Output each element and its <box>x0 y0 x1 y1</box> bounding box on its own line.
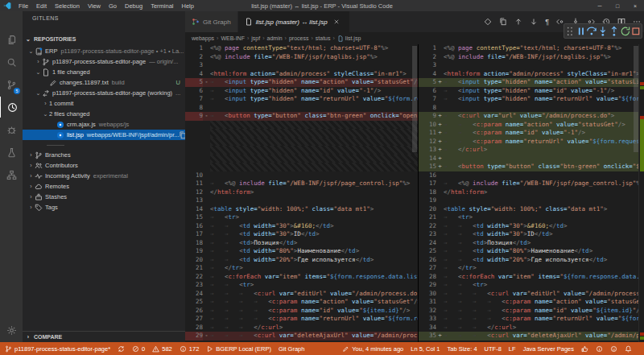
tree-item-remotes[interactable]: ›Remotes <box>23 181 185 192</box>
code-line[interactable]: 32→ → → → <c:param name="id" value="${it… <box>419 307 638 316</box>
breadcrumb-item-webapps[interactable]: webapps <box>192 35 214 41</box>
code-line[interactable] <box>185 138 418 147</box>
activitybar-test[interactable] <box>0 142 23 163</box>
code-line[interactable]: 2<%@ include file="/WEB-INF/jspf/taglibs… <box>419 53 638 62</box>
code-line[interactable]: 3 <box>185 61 418 70</box>
activitybar-debug[interactable] <box>0 119 23 140</box>
statusbar-cursor-position[interactable]: Ln 5, Col 1 <box>411 345 440 353</box>
statusbar-warning-count[interactable]: 582 <box>152 345 172 353</box>
copy-icon[interactable] <box>179 131 185 139</box>
code-line[interactable]: 21→ </tr> <box>185 264 418 273</box>
code-line[interactable]: 27→ </tr> <box>419 264 638 273</box>
diamond-icon[interactable] <box>484 18 492 26</box>
code-line[interactable]: 27→ → → → <c:param name="returnUrl" valu… <box>185 315 418 324</box>
code-line[interactable]: 24→ → → <c:url var="editUrl" value="/adm… <box>185 290 418 299</box>
code-line[interactable] <box>185 155 418 163</box>
statusbar-launch-config[interactable]: BGERP Local (ERP) <box>206 345 271 353</box>
tree-item-branch-item[interactable]: ›p11897-process-status-editor-page— orig… <box>23 56 185 67</box>
code-line[interactable]: 23→ → <tr> <box>185 281 418 290</box>
diff-original-pane[interactable]: 1<%@ page contentType="text/html; charse… <box>185 44 419 342</box>
code-line[interactable]: 7→ <input type="hidden" name="returnUrl"… <box>419 95 638 104</box>
compare-section-header[interactable]: ›COMPARE <box>23 331 185 342</box>
statusbar-encoding[interactable]: UTF-8 <box>485 345 502 353</box>
code-line[interactable]: 19→ → <td width="80%">Наименование</td> <box>185 247 418 256</box>
statusbar-eol[interactable]: LF <box>509 345 516 353</box>
breadcrumb-item-admin[interactable]: admin <box>267 35 283 41</box>
activitybar-search[interactable] <box>0 52 23 72</box>
code-line[interactable] <box>185 121 418 130</box>
chevron-down-icon[interactable]: ⌄ <box>42 111 49 118</box>
debug-step-into[interactable] <box>597 26 609 37</box>
diff-overview-ruler[interactable] <box>638 44 644 342</box>
debug-restart[interactable] <box>620 26 631 37</box>
code-line[interactable] <box>185 129 418 138</box>
statusbar-error-count[interactable]: 0 <box>132 345 145 353</box>
tree-item-file-crm-ajax-js[interactable]: crm.ajax.jswebapps/js <box>23 119 185 130</box>
menu-edit[interactable]: Edit <box>32 2 51 10</box>
code-line[interactable]: 1<%@ page contentType="text/html; charse… <box>419 44 638 53</box>
debug-drag-handle[interactable] <box>564 26 576 37</box>
menu-terminal[interactable]: Terminal <box>147 2 177 10</box>
statusbar-indentation[interactable]: Tab Size: 4 <box>448 345 477 353</box>
code-line[interactable]: 18→ → <td>Позиция</td> <box>185 239 418 248</box>
pilcrow-icon[interactable]: ¶ <box>545 18 549 26</box>
code-line[interactable]: 4<html:form action="admin/process" style… <box>419 70 638 79</box>
code-line[interactable]: 11+→ → <c:param name="id" value="-1"/> <box>419 129 638 138</box>
close-button[interactable]: × <box>626 3 644 9</box>
menu-help[interactable]: Help <box>177 2 197 10</box>
tree-item-contributors[interactable]: ›Contributors <box>23 160 185 171</box>
code-line[interactable]: 15→ <tr> <box>185 213 418 222</box>
code-line[interactable]: 20→ → <td width="20%">Где используется</… <box>185 256 418 265</box>
chevron-right-icon[interactable]: › <box>27 184 35 189</box>
tree-item-working-branch[interactable]: ⌄p11897-process-status-editor-page (work… <box>23 88 185 98</box>
chevron-down-icon[interactable]: ⌄ <box>35 69 42 76</box>
breadcrumb-item-status[interactable]: status <box>316 35 331 41</box>
statusbar-branch-indicator[interactable]: p11897-process-status-editor-page* <box>5 345 110 353</box>
statusbar-git-graph-button[interactable]: Git Graph <box>279 345 305 353</box>
code-line[interactable]: 5+→ <input type="hidden" name="action" v… <box>419 78 638 87</box>
code-line[interactable]: 19 <box>419 196 638 205</box>
statusbar-feedback-smiley[interactable] <box>610 345 617 353</box>
code-line[interactable]: 29→ → <tr> <box>419 281 638 290</box>
chevron-right-icon[interactable]: › <box>27 173 35 179</box>
chevron-right-icon[interactable]: › <box>35 59 42 64</box>
code-line[interactable]: 15+→ <button type="button" class="btn-gr… <box>419 163 638 171</box>
code-line[interactable]: 30→ → → <c:url var="editUrl" value="/adm… <box>419 290 638 299</box>
repositories-section-header[interactable]: ⌄REPOSITORIES <box>23 34 185 44</box>
tree-item-commit-group[interactable]: ›1 commit <box>23 98 185 109</box>
tab-diff-list-jsp[interactable]: list.jsp (master) ↔ list.jsp <box>238 11 350 32</box>
code-line[interactable]: 14+ <box>419 155 638 163</box>
menu-debug[interactable]: Debug <box>121 2 147 10</box>
tree-item-changed-file[interactable]: changes.11897.txtbuildU <box>23 77 185 88</box>
code-line[interactable]: 24→ → <td>Позиция</td> <box>419 239 638 248</box>
code-line[interactable]: 1<%@ page contentType="text/html; charse… <box>185 44 418 53</box>
code-line[interactable]: 26→ → <td width="20%">Где используется</… <box>419 256 638 265</box>
code-line[interactable]: 10 <box>185 171 418 180</box>
code-line[interactable] <box>185 146 418 155</box>
chevron-right-icon[interactable]: › <box>27 204 35 210</box>
code-line[interactable]: 25→ → <td width="80%">Наименование</td> <box>419 247 638 256</box>
code-line[interactable]: 28→ → → </c:url> <box>185 324 418 332</box>
code-line[interactable]: 12+→ → <c:param name="returnUrl" value="… <box>419 138 638 147</box>
chevron-right-icon[interactable]: › <box>42 101 49 106</box>
code-line[interactable]: 22→ → <td width="30">&#160;</td> <box>419 222 638 231</box>
code-line[interactable]: 13+→ </c:url> <box>419 146 638 155</box>
debug-step-over[interactable] <box>586 26 597 37</box>
activitybar-gitlens[interactable] <box>0 97 23 118</box>
tree-item-files-changed-group[interactable]: ⌄2 files changed <box>23 109 185 119</box>
breadcrumb-item-web-inf[interactable]: WEB-INF <box>221 35 245 41</box>
activitybar-settings[interactable] <box>0 320 23 341</box>
breadcrumb-item-process[interactable]: process <box>289 35 309 41</box>
menu-view[interactable]: View <box>84 2 105 10</box>
code-line[interactable]: 6→ <input type="hidden" name="id" value=… <box>419 87 638 96</box>
activitybar-symbols[interactable] <box>0 164 23 185</box>
code-line[interactable]: 14<table style="width: 100%;" class="dat… <box>185 205 418 214</box>
breadcrumb-item-list.jsp[interactable]: list.jsp <box>345 35 361 41</box>
code-line[interactable]: 16→ → <td width="30">&#160;</td> <box>185 222 418 231</box>
code-line[interactable]: 8 <box>419 104 638 113</box>
activitybar-explorer[interactable] <box>0 29 23 50</box>
code-line[interactable]: 12</html:form> <box>185 188 418 197</box>
statusbar-language-mode[interactable]: Java Server Pages <box>523 345 574 353</box>
code-line[interactable]: 21→ <tr> <box>419 213 638 222</box>
left-scrollbar[interactable] <box>412 46 417 152</box>
